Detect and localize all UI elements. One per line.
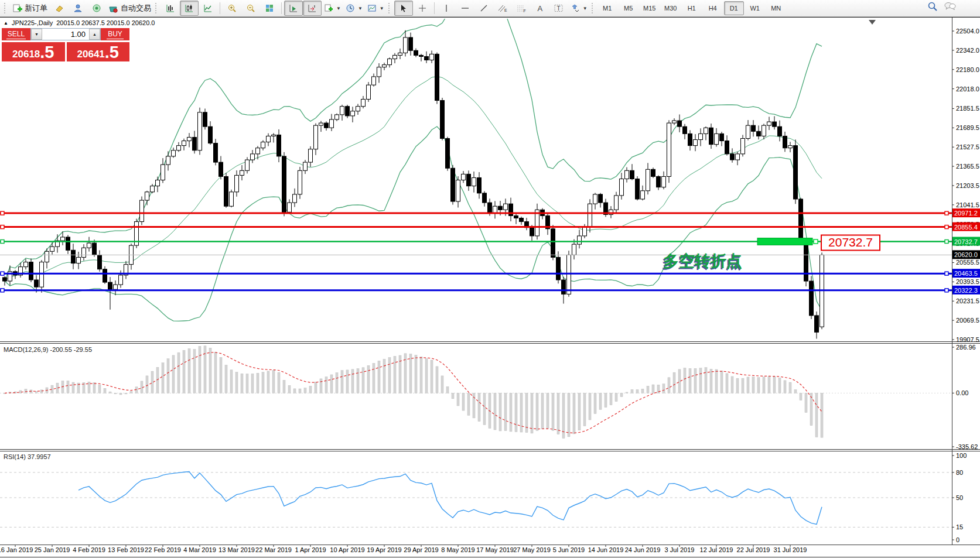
level-handle[interactable] <box>945 225 948 229</box>
macd-label: MACD(12,26,9) -200.55 -29.55 <box>4 346 92 353</box>
timeframe-w1[interactable]: W1 <box>745 1 765 15</box>
vertical-line-button[interactable] <box>437 1 456 16</box>
macd-histogram-bar <box>230 370 233 393</box>
search-icon[interactable] <box>927 1 938 12</box>
eraser-icon <box>54 4 64 13</box>
collapse-triangle-icon[interactable]: ▲ <box>4 20 8 26</box>
channel-button[interactable]: E <box>493 1 512 16</box>
chart-canvas[interactable]: 20732.7多空转折点多空转折点MACD(12,26,9) -200.55 -… <box>0 18 980 558</box>
candle-body <box>346 107 350 116</box>
arrows-button[interactable]: ▼ <box>568 1 590 16</box>
level-handle[interactable] <box>1 272 4 275</box>
date-label: 19 Apr 2019 <box>367 546 401 553</box>
axis-tick-label: 21851.5 <box>956 105 979 112</box>
pivot-text[interactable]: 多空转折点 <box>663 252 742 270</box>
auto-scroll-button[interactable] <box>284 1 303 16</box>
text-button[interactable]: A <box>531 1 549 16</box>
axis-tick-label: 20069.5 <box>956 317 979 324</box>
macd-histogram-bar <box>773 376 776 393</box>
buy-price-display[interactable]: 20641.5 <box>67 42 130 61</box>
candle-body <box>145 192 149 200</box>
chart-candles-button[interactable] <box>180 1 199 16</box>
fibonacci-button[interactable]: F <box>512 1 531 16</box>
volume-increase-button[interactable]: ▲ <box>89 29 100 40</box>
scroll-marker-icon[interactable] <box>869 20 876 25</box>
macd-histogram-bar <box>98 385 101 393</box>
candle-body <box>35 280 39 287</box>
chart-bars-button[interactable] <box>161 1 180 16</box>
macd-histogram-bar <box>515 393 517 432</box>
macd-histogram-bar <box>636 390 638 393</box>
new-order-button[interactable]: 新订单 <box>10 1 50 16</box>
text-label-button[interactable]: T <box>549 1 568 16</box>
tile-windows-button[interactable] <box>260 1 279 16</box>
chat-icon[interactable] <box>944 1 957 12</box>
periods-button[interactable]: ▼ <box>343 1 365 16</box>
timeframe-m1[interactable]: M1 <box>597 1 617 15</box>
candle-body <box>40 262 44 287</box>
candle-body <box>462 174 466 180</box>
timeframe-mn[interactable]: MN <box>766 1 786 15</box>
volume-decrease-button[interactable]: ▼ <box>31 29 42 40</box>
level-handle[interactable] <box>945 240 948 244</box>
candle-body <box>282 156 286 212</box>
signal-button[interactable] <box>87 1 106 16</box>
level-handle[interactable] <box>1 289 4 292</box>
date-label: 4 Mar 2019 <box>183 546 216 553</box>
macd-histogram-bar <box>125 393 127 394</box>
axis-tick-label: 100 <box>956 452 967 459</box>
timeframe-h4[interactable]: H4 <box>703 1 723 15</box>
timeframe-m5[interactable]: M5 <box>619 1 638 15</box>
trendline-button[interactable] <box>474 1 493 16</box>
axis-tick-label: 20231.5 <box>956 297 979 304</box>
level-handle[interactable] <box>1 225 4 229</box>
zoom-in-button[interactable] <box>223 1 241 16</box>
candle-body <box>636 179 640 199</box>
macd-histogram-bar <box>141 381 143 393</box>
zoom-out-button[interactable] <box>241 1 260 16</box>
macd-histogram-bar <box>214 352 217 393</box>
sell-price-display[interactable]: 20618.5 <box>2 42 65 61</box>
vertical-line-icon <box>442 4 450 13</box>
indicators-button[interactable]: ▼ <box>322 1 343 16</box>
level-handle[interactable] <box>945 289 948 292</box>
axis-tick-label: 20555.5 <box>956 259 979 266</box>
timeframe-d1[interactable]: D1 <box>724 1 744 15</box>
one-click-trade-panel: SELL ▼ 1.00 ▲ BUY 20618.5 20641.5 <box>2 28 129 61</box>
axis-tick-label: 22180.0 <box>956 66 979 73</box>
sell-button[interactable]: SELL <box>2 28 30 40</box>
timeframe-h1[interactable]: H1 <box>682 1 702 15</box>
chart-line-button[interactable] <box>199 1 217 16</box>
pivot-handle[interactable] <box>814 239 818 244</box>
buy-button[interactable]: BUY <box>101 28 129 40</box>
chart-shift-button[interactable] <box>303 1 322 16</box>
templates-button[interactable]: ▼ <box>365 1 387 16</box>
macd-histogram-bar <box>283 380 285 393</box>
timeframe-m30[interactable]: M30 <box>661 1 681 15</box>
eraser-button[interactable] <box>50 1 69 16</box>
cursor-button[interactable] <box>394 1 413 16</box>
candle-body <box>741 138 745 153</box>
macd-histogram-bar <box>431 360 433 393</box>
level-handle[interactable] <box>1 240 4 244</box>
candle-body <box>683 126 687 133</box>
candle-body <box>267 136 271 142</box>
crosshair-button[interactable] <box>413 1 432 16</box>
candle-body <box>567 255 571 294</box>
level-handle[interactable] <box>1 211 4 215</box>
auto-trading-button[interactable]: 自动交易 <box>106 1 153 16</box>
horizontal-line-button[interactable] <box>456 1 474 16</box>
candle-body <box>746 125 750 138</box>
level-handle[interactable] <box>945 211 948 215</box>
candle-body <box>272 135 276 136</box>
axis-tick-label: 15 <box>956 523 963 530</box>
macd-histogram-bar <box>204 346 206 393</box>
buy-price-main: 20641 <box>77 49 105 61</box>
toolbar-grip[interactable] <box>4 3 8 13</box>
volume-input[interactable]: 1.00 <box>42 29 89 40</box>
pivot-highlight-bar[interactable] <box>757 238 812 245</box>
profile-button[interactable] <box>69 1 87 16</box>
level-handle[interactable] <box>945 272 948 275</box>
timeframe-m15[interactable]: M15 <box>640 1 660 15</box>
macd-histogram-bar <box>420 357 422 393</box>
